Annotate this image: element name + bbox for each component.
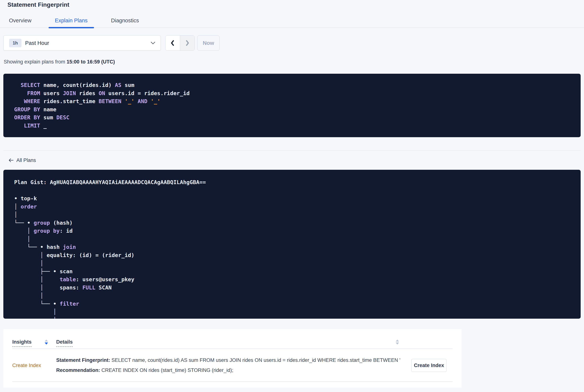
statement-fingerprint-line: Statement Fingerprint: SELECT name, coun… bbox=[56, 358, 400, 363]
sql-statement-box: SELECT name, count(rides.id) AS sum FROM… bbox=[3, 74, 581, 137]
tab-bar: Overview Explain Plans Diagnostics bbox=[0, 18, 584, 28]
showing-range: 15:00 to 16:59 (UTC) bbox=[67, 59, 115, 64]
time-range-badge: 1h bbox=[9, 39, 21, 47]
insight-type-link[interactable]: Create Index bbox=[12, 362, 41, 368]
create-index-button[interactable]: Create Index bbox=[411, 359, 447, 372]
now-button[interactable]: Now bbox=[197, 35, 220, 51]
back-arrow-icon bbox=[8, 158, 14, 163]
recommendation-line: Recommendation: CREATE INDEX ON rides (s… bbox=[56, 368, 400, 373]
sort-down-icon bbox=[396, 342, 399, 344]
time-controls: 1h Past Hour Now bbox=[3, 35, 584, 51]
sort-up-icon bbox=[45, 340, 48, 342]
details-cell: Statement Fingerprint: SELECT name, coun… bbox=[56, 358, 400, 373]
column-header-insights[interactable]: Insights bbox=[12, 339, 32, 347]
plan-gist-box: Plan Gist: AgHUAQIABQAAAAHYAQIAiAEAAAADC… bbox=[3, 170, 581, 319]
column-header-details[interactable]: Details bbox=[56, 339, 73, 347]
next-timeframe-button[interactable] bbox=[180, 36, 195, 50]
previous-timeframe-button[interactable] bbox=[165, 36, 180, 50]
tab-explain-plans[interactable]: Explain Plans bbox=[55, 18, 88, 28]
time-range-dropdown[interactable]: 1h Past Hour bbox=[3, 35, 161, 51]
sort-icon-details[interactable] bbox=[396, 340, 399, 344]
tab-diagnostics[interactable]: Diagnostics bbox=[111, 18, 139, 28]
showing-prefix: Showing explain plans from bbox=[4, 59, 67, 64]
all-plans-back-link[interactable]: All Plans bbox=[8, 157, 36, 163]
time-pager bbox=[165, 35, 195, 51]
table-header-divider bbox=[12, 348, 453, 349]
insights-table: Insights Details Create Index Statement … bbox=[3, 329, 462, 388]
page-title: Statement Fingerprint bbox=[0, 0, 584, 8]
sort-icon-insights[interactable] bbox=[45, 340, 48, 344]
chevron-left-icon bbox=[170, 40, 175, 46]
tab-overview[interactable]: Overview bbox=[9, 18, 31, 28]
table-row-divider bbox=[12, 382, 453, 382]
sort-up-icon bbox=[396, 340, 399, 342]
time-range-label: Past Hour bbox=[25, 40, 150, 46]
sort-down-icon bbox=[45, 342, 48, 344]
chevron-down-icon bbox=[150, 42, 155, 44]
all-plans-label: All Plans bbox=[16, 157, 36, 163]
chevron-right-icon bbox=[185, 40, 189, 46]
showing-range-text: Showing explain plans from 15:00 to 16:5… bbox=[4, 59, 584, 65]
